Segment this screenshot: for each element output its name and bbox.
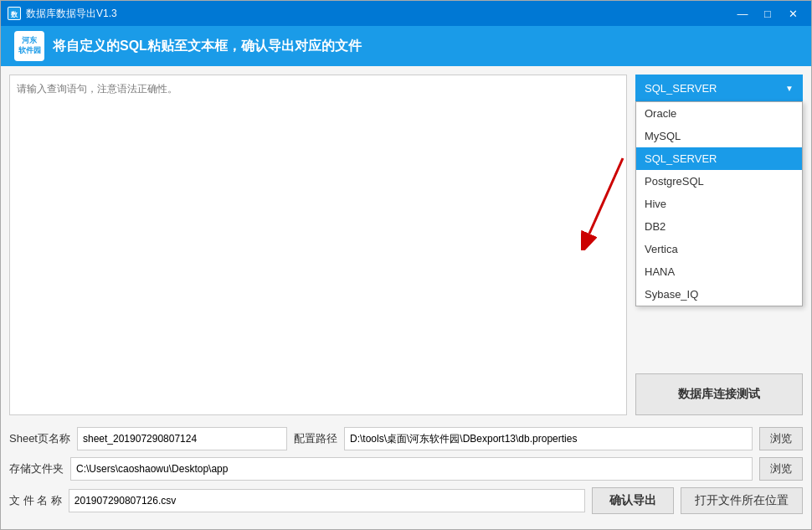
brand-logo: 河东 软件园: [14, 31, 44, 61]
dropdown-item-db2[interactable]: DB2: [636, 215, 802, 238]
dropdown-item-sqlserver[interactable]: SQL_SERVER: [636, 147, 802, 170]
browse-button-1[interactable]: 浏览: [759, 427, 803, 450]
svg-text:数: 数: [10, 11, 18, 18]
dropdown-item-oracle[interactable]: Oracle: [636, 102, 802, 125]
window-title: 数据库数据导出V1.3: [26, 7, 731, 21]
dropdown-item-hive[interactable]: Hive: [636, 193, 802, 215]
app-icon: 数: [8, 7, 21, 20]
config-path-input[interactable]: [344, 427, 753, 450]
sheet-config-row: Sheet页名称 配置路径 浏览: [9, 427, 803, 450]
dropdown-item-vertica[interactable]: Vertica: [636, 238, 802, 260]
config-path-label: 配置路径: [294, 431, 337, 446]
dropdown-item-mysql[interactable]: MySQL: [636, 125, 802, 147]
filename-input[interactable]: [69, 489, 585, 512]
svg-text:河东: 河东: [22, 35, 38, 44]
subtitle-bar: 河东 软件园 将自定义的SQL粘贴至文本框，确认导出对应的文件: [1, 26, 811, 66]
dropdown-item-hana[interactable]: HANA: [636, 260, 802, 283]
right-panel: SQL_SERVER ▼ Oracle MySQL SQL_SERVER Pos…: [635, 75, 803, 415]
confirm-export-button[interactable]: 确认导出: [592, 487, 674, 514]
main-window: 数 数据库数据导出V1.3 — □ ✕ 河东 软件园 将自定义的SQL粘贴至文本…: [0, 0, 812, 530]
svg-text:软件园: 软件园: [18, 46, 41, 54]
maximize-button[interactable]: □: [756, 5, 779, 22]
chevron-down-icon: ▼: [785, 84, 794, 93]
close-button[interactable]: ✕: [781, 5, 804, 22]
dropdown-selected[interactable]: SQL_SERVER ▼: [635, 75, 803, 101]
bottom-form: Sheet页名称 配置路径 浏览 存储文件夹 浏览 文 件 名 称 确认导出 打…: [9, 422, 803, 521]
filename-row: 文 件 名 称 确认导出 打开文件所在位置: [9, 487, 803, 514]
selected-value: SQL_SERVER: [645, 82, 717, 95]
connect-test-button[interactable]: 数据库连接测试: [635, 373, 803, 415]
dropdown-item-postgresql[interactable]: PostgreSQL: [636, 170, 802, 193]
sql-textarea[interactable]: [10, 75, 626, 414]
top-section: SQL_SERVER ▼ Oracle MySQL SQL_SERVER Pos…: [9, 75, 803, 415]
minimize-button[interactable]: —: [731, 5, 754, 22]
dropdown-item-sybaseiq[interactable]: Sybase_IQ: [636, 283, 802, 306]
storage-row: 存储文件夹 浏览: [9, 457, 803, 481]
storage-input[interactable]: [70, 457, 753, 481]
sheet-input[interactable]: [77, 427, 287, 450]
storage-label: 存储文件夹: [9, 461, 64, 476]
subtitle-text: 将自定义的SQL粘贴至文本框，确认导出对应的文件: [53, 38, 362, 55]
browse-button-2[interactable]: 浏览: [759, 457, 803, 481]
db-type-dropdown[interactable]: SQL_SERVER ▼ Oracle MySQL SQL_SERVER Pos…: [635, 75, 803, 101]
sheet-label: Sheet页名称: [9, 431, 70, 446]
sql-input-wrapper: [9, 75, 627, 415]
window-controls: — □ ✕: [731, 5, 804, 22]
filename-label: 文 件 名 称: [9, 493, 62, 508]
title-bar: 数 数据库数据导出V1.3 — □ ✕: [1, 1, 811, 26]
dropdown-list: Oracle MySQL SQL_SERVER PostgreSQL Hive …: [635, 101, 803, 306]
open-file-location-button[interactable]: 打开文件所在位置: [681, 487, 803, 514]
main-content: SQL_SERVER ▼ Oracle MySQL SQL_SERVER Pos…: [1, 66, 811, 529]
